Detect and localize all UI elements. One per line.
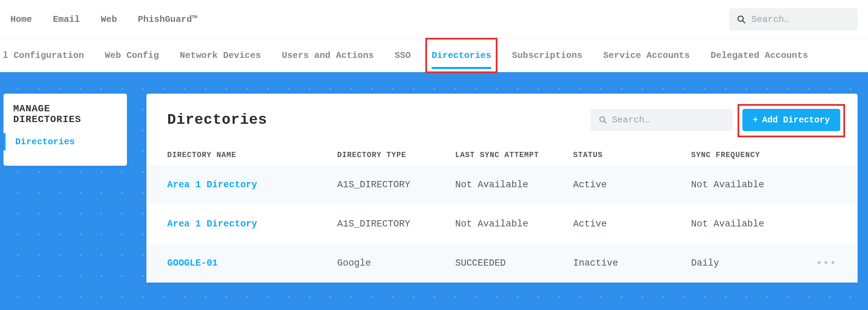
tab-users-actions[interactable]: Users and Actions [282, 39, 374, 72]
directory-type: A1S_DIRECTORY [337, 219, 455, 229]
directory-type: Google [337, 258, 455, 268]
svg-line-3 [604, 121, 606, 123]
directory-name-link[interactable]: GOOGLE-01 [167, 258, 337, 268]
add-directory-label: Add Directory [762, 115, 830, 125]
table-row: GOOGLE-01 Google SUCCEEDED Inactive Dail… [146, 243, 858, 283]
sidebar-item-directories[interactable]: Directories [3, 133, 127, 150]
directory-last-sync: Not Available [455, 180, 573, 190]
main-card: Directories + Add Directory DIRECTORY NA… [146, 94, 858, 283]
nav-home[interactable]: Home [10, 14, 32, 25]
directory-last-sync: SUCCEEDED [455, 258, 573, 268]
search-icon [737, 15, 746, 24]
col-header-frequency: SYNC FREQUENCY [691, 151, 802, 160]
col-header-status: STATUS [573, 151, 691, 160]
card-header: Directories + Add Directory [146, 94, 858, 145]
table-body: Area 1 Directory A1S_DIRECTORY Not Avail… [146, 165, 858, 283]
tab-directories[interactable]: Directories [432, 39, 491, 72]
table-row: Area 1 Directory A1S_DIRECTORY Not Avail… [146, 204, 858, 243]
directory-type: A1S_DIRECTORY [337, 180, 455, 190]
table-row: Area 1 Directory A1S_DIRECTORY Not Avail… [146, 165, 858, 204]
global-search[interactable] [729, 8, 858, 31]
directory-frequency: Daily [691, 258, 802, 268]
col-header-name: DIRECTORY NAME [167, 151, 337, 160]
directory-last-sync: Not Available [455, 219, 573, 229]
directory-name-link[interactable]: Area 1 Directory [167, 180, 337, 190]
directories-search[interactable] [590, 109, 733, 131]
nav-phishguard[interactable]: PhishGuard™ [138, 14, 197, 25]
directory-status: Active [573, 180, 691, 190]
directory-status: Active [573, 219, 691, 229]
tab-service-accounts[interactable]: Service Accounts [603, 39, 690, 72]
col-header-last-sync: LAST SYNC ATTEMPT [455, 151, 573, 160]
nav-web[interactable]: Web [101, 14, 117, 25]
content-region: MANAGE DIRECTORIES Directories Directori… [0, 72, 868, 310]
search-icon [599, 116, 607, 124]
global-search-input[interactable] [751, 14, 850, 25]
directory-status: Inactive [573, 258, 691, 268]
tab-network-devices[interactable]: Network Devices [180, 39, 261, 72]
directories-table: DIRECTORY NAME DIRECTORY TYPE LAST SYNC … [146, 145, 858, 283]
directory-frequency: Not Available [691, 180, 802, 190]
tab-web-config[interactable]: Web Config [105, 39, 159, 72]
tab-sso[interactable]: SSO [394, 39, 411, 72]
more-icon[interactable]: ••• [816, 257, 837, 269]
sub-nav: l Configuration Web Config Network Devic… [0, 39, 868, 72]
directories-search-input[interactable] [612, 115, 724, 125]
svg-line-1 [743, 20, 745, 23]
top-nav: Home Email Web PhishGuard™ [0, 0, 868, 39]
tab-subscriptions[interactable]: Subscriptions [512, 39, 582, 72]
top-nav-items: Home Email Web PhishGuard™ [10, 14, 197, 25]
side-panel-title: MANAGE DIRECTORIES [3, 103, 127, 133]
plus-icon: + [753, 115, 758, 125]
side-panel: MANAGE DIRECTORIES Directories [3, 94, 127, 166]
tab-configuration[interactable]: l Configuration [3, 39, 84, 72]
directory-frequency: Not Available [691, 219, 802, 229]
row-actions: ••• [802, 257, 837, 269]
table-header: DIRECTORY NAME DIRECTORY TYPE LAST SYNC … [146, 145, 858, 165]
page-title: Directories [167, 112, 267, 128]
directory-name-link[interactable]: Area 1 Directory [167, 219, 337, 229]
add-directory-button[interactable]: + Add Directory [742, 109, 840, 131]
tab-delegated-accounts[interactable]: Delegated Accounts [710, 39, 808, 72]
nav-email[interactable]: Email [53, 14, 80, 25]
col-header-type: DIRECTORY TYPE [337, 151, 455, 160]
